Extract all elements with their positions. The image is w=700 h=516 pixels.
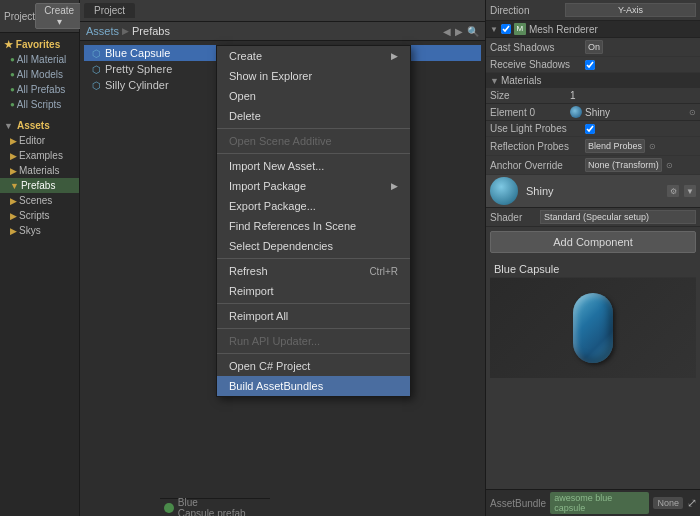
menu-item-open-scene-additive: Open Scene Additive xyxy=(217,131,410,151)
use-light-probes-row: Use Light Probes xyxy=(486,121,700,137)
shader-row: Shader Standard (Specular setup) xyxy=(486,208,700,227)
sidebar-assets-header[interactable]: ▼ Assets xyxy=(0,118,79,133)
reflection-probes-row: Reflection Probes Blend Probes ⊙ xyxy=(486,137,700,156)
shiny-title: Shiny xyxy=(526,185,663,197)
menu-item-open[interactable]: Open xyxy=(217,86,410,106)
menu-item-open-csharp[interactable]: Open C# Project xyxy=(217,356,410,376)
status-icon xyxy=(164,503,174,513)
menu-item-create[interactable]: Create ▶ xyxy=(217,46,410,66)
prefab-icon: ⬡ xyxy=(92,48,101,59)
element0-value[interactable]: Shiny xyxy=(585,107,610,118)
circle-btn[interactable]: ⊙ xyxy=(689,108,696,117)
assets-link[interactable]: Assets xyxy=(86,25,119,37)
sidebar-item-scenes[interactable]: ▶ Scenes xyxy=(0,193,79,208)
menu-item-import-new-asset[interactable]: Import New Asset... xyxy=(217,156,410,176)
sidebar-item-skys[interactable]: ▶ Skys xyxy=(0,223,79,238)
sidebar-header: Project Create ▾ xyxy=(0,0,79,33)
status-bar: Blue Capsule.prefab xyxy=(160,498,270,516)
sidebar-item-scripts[interactable]: ▶ Scripts xyxy=(0,208,79,223)
sidebar-item-editor[interactable]: ▶ Editor xyxy=(0,133,79,148)
folder-icon: ▶ xyxy=(10,211,17,221)
sidebar-item-all-models[interactable]: ● All Models xyxy=(0,67,79,82)
assets-breadcrumb: Assets ▶ Prefabs ◀ ▶ 🔍 xyxy=(80,22,485,41)
menu-item-refresh[interactable]: Refresh Ctrl+R xyxy=(217,261,410,281)
project-tab[interactable]: Project xyxy=(84,3,135,18)
reflection-probes-value[interactable]: Blend Probes xyxy=(585,139,645,153)
folder-icon: ▶ xyxy=(10,166,17,176)
menu-item-reimport[interactable]: Reimport xyxy=(217,281,410,301)
menu-item-export-package[interactable]: Export Package... xyxy=(217,196,410,216)
menu-item-reimport-all[interactable]: Reimport All xyxy=(217,306,410,326)
add-component-button[interactable]: Add Component xyxy=(490,231,696,253)
folder-icon: ▼ xyxy=(10,181,19,191)
mesh-renderer-icon: M xyxy=(514,23,526,35)
separator-5 xyxy=(217,328,410,329)
shiny-thumbnail xyxy=(490,177,518,205)
mesh-renderer-toggle[interactable] xyxy=(501,24,511,34)
shiny-section[interactable]: Shiny ⚙ ▼ xyxy=(486,175,700,208)
expand-icon[interactable]: ⤢ xyxy=(687,496,697,510)
asset-bundle-value[interactable]: awesome blue capsule xyxy=(550,492,649,514)
sidebar-favorites-header[interactable]: ★ Favorites xyxy=(0,37,79,52)
menu-item-import-package[interactable]: Import Package ▶ xyxy=(217,176,410,196)
circle-btn2[interactable]: ⊙ xyxy=(649,142,656,151)
preview-canvas xyxy=(490,278,696,378)
sidebar-item-examples[interactable]: ▶ Examples xyxy=(0,148,79,163)
material-icon xyxy=(570,106,582,118)
center-header: Project xyxy=(80,0,485,22)
menu-item-delete[interactable]: Delete xyxy=(217,106,410,126)
capsule-preview xyxy=(573,293,613,363)
prefab-icon: ⬡ xyxy=(92,64,101,75)
preview-bottom-bar: AssetBundle awesome blue capsule None ⤢ xyxy=(486,489,700,516)
separator-4 xyxy=(217,303,410,304)
nav-forward-icon[interactable]: ▶ xyxy=(455,26,463,37)
cast-shadows-value[interactable]: On xyxy=(585,40,603,54)
gear-button[interactable]: ⚙ xyxy=(667,185,679,197)
preview-area: Blue Capsule xyxy=(486,257,700,382)
folder-icon: ▶ xyxy=(10,226,17,236)
sidebar-item-all-scripts[interactable]: ● All Scripts xyxy=(0,97,79,112)
project-title: Project xyxy=(4,11,35,22)
asset-bundle-none[interactable]: None xyxy=(653,497,683,509)
separator-2 xyxy=(217,153,410,154)
cast-shadows-row: Cast Shadows On xyxy=(486,38,700,57)
shader-value[interactable]: Standard (Specular setup) xyxy=(540,210,696,224)
nav-back-icon[interactable]: ◀ xyxy=(443,26,451,37)
circle-icon: ● xyxy=(10,55,15,64)
shader-label: Shader xyxy=(490,212,540,223)
receive-shadows-checkbox[interactable] xyxy=(585,60,595,70)
element0-label: Element 0 xyxy=(490,107,570,118)
circle-icon: ● xyxy=(10,85,15,94)
size-label: Size xyxy=(490,90,570,101)
materials-size-row: Size 1 xyxy=(486,88,700,104)
menu-item-build-assetbundles[interactable]: Build AssetBundles xyxy=(217,376,410,396)
sidebar-item-materials[interactable]: ▶ Materials xyxy=(0,163,79,178)
sidebar-item-prefabs[interactable]: ▼ Prefabs xyxy=(0,178,79,193)
mesh-renderer-section[interactable]: ▼ M Mesh Renderer xyxy=(486,21,700,38)
folder-icon: ▶ xyxy=(10,151,17,161)
section-arrow-icon: ▼ xyxy=(490,25,498,34)
receive-shadows-label: Receive Shadows xyxy=(490,59,585,70)
anchor-override-value[interactable]: None (Transform) xyxy=(585,158,662,172)
separator-6 xyxy=(217,353,410,354)
circle-btn3[interactable]: ⊙ xyxy=(666,161,673,170)
search-icon[interactable]: 🔍 xyxy=(467,26,479,37)
sidebar-item-all-prefabs[interactable]: ● All Prefabs xyxy=(0,82,79,97)
sidebar-item-all-material[interactable]: ● All Material xyxy=(0,52,79,67)
create-button[interactable]: Create ▾ xyxy=(35,3,83,29)
menu-item-find-references[interactable]: Find References In Scene xyxy=(217,216,410,236)
use-light-probes-label: Use Light Probes xyxy=(490,123,585,134)
size-value[interactable]: 1 xyxy=(570,90,576,101)
menu-item-select-dependencies[interactable]: Select Dependencies xyxy=(217,236,410,256)
element0-row: Element 0 Shiny ⊙ xyxy=(486,104,700,121)
path-arrow: ▶ xyxy=(122,26,129,36)
settings-button[interactable]: ▼ xyxy=(684,185,696,197)
arrow-icon: ▶ xyxy=(391,51,398,61)
menu-item-show-explorer[interactable]: Show in Explorer xyxy=(217,66,410,86)
receive-shadows-row: Receive Shadows xyxy=(486,57,700,73)
right-panel: Direction Y-Axis ▼ M Mesh Renderer Cast … xyxy=(485,0,700,516)
use-light-probes-checkbox[interactable] xyxy=(585,124,595,134)
circle-icon: ● xyxy=(10,100,15,109)
materials-header[interactable]: ▼ Materials xyxy=(486,73,700,88)
direction-value[interactable]: Y-Axis xyxy=(565,3,696,17)
